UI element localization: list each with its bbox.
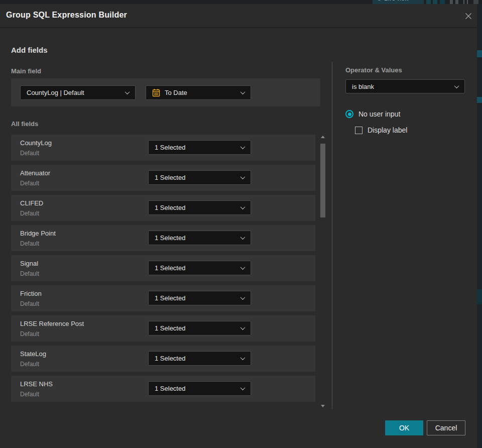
panel-divider: [332, 62, 332, 409]
field-subtitle: Default: [20, 240, 39, 247]
field-subtitle: Default: [20, 210, 39, 217]
background-fragment: [463, 0, 464, 4]
background-fragment: [426, 0, 431, 4]
field-row: LRSE Reference Post Default 1 Selected: [11, 315, 315, 342]
background-fragment: [467, 0, 468, 4]
field-name: LRSE NHS: [20, 380, 53, 388]
field-name: CLIFED: [20, 199, 43, 207]
field-name: Signal: [20, 260, 38, 267]
chevron-down-icon: [240, 144, 246, 149]
background-fragment: [477, 97, 482, 103]
background-fragment: [477, 289, 482, 304]
field-row: Signal Default 1 Selected: [11, 255, 315, 281]
field-values-dropdown[interactable]: 1 Selected: [148, 200, 251, 215]
field-values-dropdown[interactable]: 1 Selected: [148, 261, 251, 275]
field-subtitle: Default: [20, 391, 39, 398]
radio-selected-icon[interactable]: [345, 110, 353, 118]
field-name: Attenuator: [20, 169, 50, 177]
checkbox-unchecked-icon[interactable]: [355, 127, 363, 134]
field-subtitle: Default: [20, 150, 39, 157]
chevron-down-icon: [454, 83, 459, 88]
main-field-dropdown-value: CountyLog | Default: [27, 89, 84, 96]
field-values-dropdown-value: 1 Selected: [155, 204, 185, 211]
field-values-dropdown[interactable]: 1 Selected: [148, 140, 251, 155]
field-values-dropdown[interactable]: 1 Selected: [148, 231, 251, 245]
operator-dropdown-value: is blank: [352, 83, 374, 90]
field-row: LRSE NHS Default 1 Selected: [11, 376, 315, 402]
chevron-down-icon: [240, 265, 246, 270]
operator-values-label: Operator & Values: [345, 66, 402, 74]
field-name: CountyLog: [20, 139, 52, 147]
ok-button[interactable]: OK: [385, 420, 423, 435]
background-right-sliver: [477, 4, 482, 448]
close-icon: [464, 12, 472, 20]
dialog-title: Group SQL Expression Builder: [6, 11, 127, 20]
field-subtitle: Default: [20, 180, 39, 187]
field-subtitle: Default: [20, 300, 39, 307]
field-values-dropdown[interactable]: 1 Selected: [148, 351, 251, 366]
field-values-dropdown[interactable]: 1 Selected: [148, 381, 251, 396]
main-field-panel: CountyLog | Default To Date: [11, 78, 320, 106]
field-subtitle: Default: [20, 330, 39, 338]
field-values-dropdown-value: 1 Selected: [155, 234, 185, 242]
live-view-chip: Live view: [373, 0, 424, 4]
field-values-dropdown[interactable]: 1 Selected: [148, 291, 251, 305]
field-values-dropdown-value: 1 Selected: [155, 324, 185, 332]
fields-list-scrollbar[interactable]: [320, 135, 325, 408]
main-field-dropdown[interactable]: CountyLog | Default: [20, 85, 136, 100]
chevron-down-icon: [240, 325, 246, 330]
field-values-dropdown[interactable]: 1 Selected: [148, 170, 251, 185]
display-label-option[interactable]: Display label: [355, 126, 407, 134]
date-dropdown-value: To Date: [165, 89, 187, 96]
field-name: StateLog: [20, 350, 46, 358]
record-dot-icon: [378, 0, 381, 1]
field-row: CountyLog Default 1 Selected: [11, 135, 315, 161]
chevron-down-icon: [240, 235, 246, 240]
field-values-dropdown-value: 1 Selected: [155, 355, 185, 362]
background-fragment: [477, 50, 482, 57]
field-values-dropdown-value: 1 Selected: [155, 174, 185, 181]
field-name: LRSE Reference Post: [20, 320, 84, 327]
calendar-icon: [152, 88, 160, 97]
field-row: Attenuator Default 1 Selected: [11, 165, 315, 191]
chevron-down-icon: [240, 89, 246, 94]
chevron-down-icon: [240, 355, 246, 360]
field-values-dropdown-value: 1 Selected: [155, 264, 185, 272]
field-name: Bridge Point: [20, 230, 56, 237]
background-fragment: [440, 0, 445, 4]
date-field-dropdown[interactable]: To Date: [146, 85, 251, 100]
background-fragment: [433, 0, 437, 4]
no-user-input-option[interactable]: No user input: [345, 110, 400, 118]
scrollbar-thumb[interactable]: [320, 144, 325, 217]
field-row: Bridge Point Default 1 Selected: [11, 225, 315, 251]
close-button[interactable]: [462, 10, 474, 22]
dialog-header: Group SQL Expression Builder: [0, 4, 477, 28]
background-app-strip: Live view: [0, 0, 482, 4]
scroll-down-icon[interactable]: [321, 405, 325, 407]
background-fragment: [450, 0, 453, 4]
field-values-dropdown[interactable]: 1 Selected: [148, 321, 251, 335]
field-row: CLIFED Default 1 Selected: [11, 195, 315, 221]
field-row: StateLog Default 1 Selected: [11, 346, 315, 372]
field-subtitle: Default: [20, 270, 39, 277]
chevron-down-icon: [240, 174, 246, 179]
field-row: Friction Default 1 Selected: [11, 285, 315, 311]
all-fields-list: CountyLog Default 1 Selected Attenuator …: [11, 135, 315, 406]
field-values-dropdown-value: 1 Selected: [155, 385, 185, 392]
add-fields-heading: Add fields: [11, 46, 48, 54]
display-label-label: Display label: [368, 126, 407, 134]
cancel-button[interactable]: Cancel: [427, 420, 465, 435]
field-values-dropdown-value: 1 Selected: [155, 144, 185, 151]
background-fragment: [455, 0, 458, 4]
group-sql-expression-builder-dialog: Group SQL Expression Builder Add fields …: [0, 4, 477, 448]
field-values-dropdown-value: 1 Selected: [155, 294, 185, 302]
scroll-up-icon[interactable]: [321, 136, 325, 138]
field-name: Friction: [20, 290, 42, 297]
main-field-label: Main field: [11, 67, 41, 75]
operator-dropdown[interactable]: is blank: [345, 79, 465, 93]
no-user-input-label: No user input: [358, 110, 400, 118]
chevron-down-icon: [240, 204, 246, 209]
live-view-label: Live view: [384, 0, 409, 2]
chevron-down-icon: [240, 385, 246, 390]
all-fields-label: All fields: [11, 120, 38, 128]
